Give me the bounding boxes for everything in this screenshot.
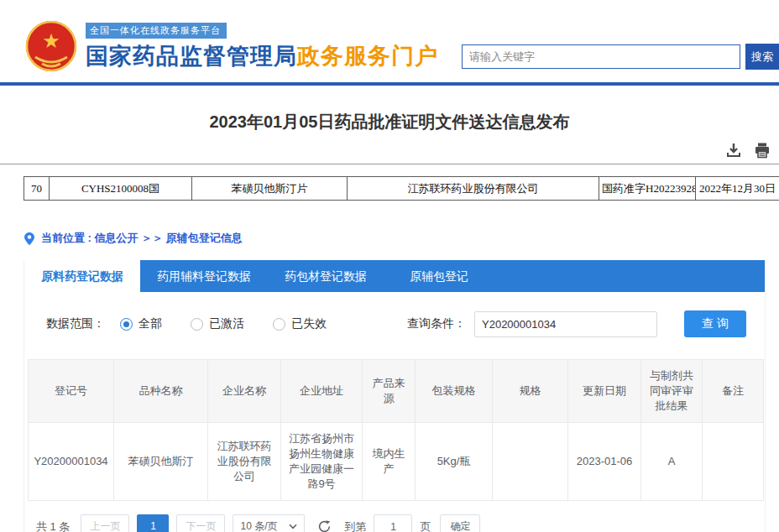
goto-label: 到第 (344, 519, 366, 532)
logo-wrap: ★ 全国一体化在线政务服务平台 国家药品监督管理局政务服务门户 (25, 20, 438, 72)
radio-all-label: 全部 (139, 316, 162, 331)
search-input[interactable] (462, 44, 740, 69)
tab-packaging-material-data[interactable]: 药包材登记数据 (268, 260, 384, 292)
delivery-table-fragment: 70 CYHS2100008国 苯磺贝他斯汀片 江苏联环药业股份有限公司 国药准… (24, 176, 779, 201)
scope-label: 数据范围： (46, 316, 105, 331)
document-toolbar (0, 133, 779, 164)
col-update-date: 更新日期 (568, 360, 641, 423)
page-size-select[interactable]: 10 条/页 (233, 514, 305, 532)
col-product-source: 产品来源 (363, 360, 416, 423)
cell-package-spec: 5Kg/瓶 (416, 423, 493, 501)
next-page-button[interactable]: 下一页 (176, 514, 225, 532)
cell-product-source: 境内生产 (363, 423, 416, 501)
tab-bar: 原料药登记数据 药用辅料登记数据 药包材登记数据 原辅包登记 (24, 260, 765, 292)
radio-activated-label: 已激活 (209, 316, 244, 331)
section-divider (0, 164, 779, 164)
radio-all-circle[interactable] (120, 318, 133, 331)
col-registration-no: 登记号 (29, 360, 114, 423)
download-icon[interactable] (725, 142, 742, 159)
cell-company-name: 江苏联环药业股份有限公司 (208, 423, 281, 501)
chevron-down-icon (289, 524, 297, 529)
breadcrumb: 当前位置 : 信息公开 ＞＞ 原辅包登记信息 (24, 231, 779, 246)
national-emblem-logo: ★ (25, 20, 77, 72)
drug-name-cell: 苯磺贝他斯汀片 (192, 177, 348, 201)
location-pin-icon (24, 232, 35, 246)
cell-spec (493, 423, 568, 501)
site-name: 国家药品监督管理局 (86, 44, 297, 69)
svg-text:★: ★ (42, 29, 60, 52)
filter-row: 数据范围： 全部 已激活 已失效 查询条件： 查 询 (24, 292, 765, 352)
radio-expired-label: 已失效 (291, 316, 327, 331)
approval-no-cell: 国药准字H20223928 (599, 177, 696, 201)
registration-panel: 原料药登记数据 药用辅料登记数据 药包材登记数据 原辅包登记 数据范围： 全部 … (24, 260, 766, 532)
goto-unit: 页 (420, 519, 431, 532)
cell-variety-name: 苯磺贝他斯汀 (114, 423, 208, 501)
search-button[interactable]: 搜索 (745, 44, 779, 70)
refresh-icon[interactable] (317, 519, 332, 532)
date-cell: 2022年12月30日 (696, 177, 779, 201)
page-1-button[interactable]: 1 (137, 514, 169, 532)
platform-badge: 全国一体化在线政务服务平台 (86, 23, 227, 39)
registration-data-table: 登记号 品种名称 企业名称 企业地址 产品来源 包装规格 规格 更新日期 与制剂… (28, 359, 764, 501)
col-spec: 规格 (493, 360, 568, 423)
site-title: 国家药品监督管理局政务服务门户 (86, 41, 438, 71)
col-package-spec: 包装规格 (416, 360, 493, 423)
radio-all[interactable]: 全部 (120, 316, 162, 331)
query-button[interactable]: 查 询 (684, 310, 746, 337)
table-row: Y20200001034 苯磺贝他斯汀 江苏联环药业股份有限公司 江苏省扬州市扬… (29, 423, 764, 501)
site-header: ★ 全国一体化在线政务服务平台 国家药品监督管理局政务服务门户 搜索 (0, 0, 779, 82)
breadcrumb-text: 当前位置 : 信息公开 ＞＞ 原辅包登记信息 (41, 231, 243, 246)
table-header-row: 登记号 品种名称 企业名称 企业地址 产品来源 包装规格 规格 更新日期 与制剂… (29, 360, 764, 423)
radio-expired[interactable]: 已失效 (273, 316, 327, 331)
tab-raw-excipient-packaging[interactable]: 原辅包登记 (384, 260, 494, 292)
radio-expired-circle[interactable] (273, 318, 285, 331)
pagination: 共 1 条 上一页 1 下一页 10 条/页 到第 页 确定 (24, 501, 765, 532)
print-icon[interactable] (754, 142, 771, 159)
cell-company-address: 江苏省扬州市扬州生物健康产业园健康一路9号 (281, 423, 363, 501)
radio-activated[interactable]: 已激活 (191, 316, 244, 331)
radio-activated-circle[interactable] (191, 318, 203, 331)
cell-update-date: 2023-01-06 (568, 423, 641, 501)
col-variety-name: 品种名称 (114, 360, 208, 423)
page-title: 2023年01月05日药品批准证明文件送达信息发布 (0, 111, 779, 133)
cell-joint-review-result: A (641, 423, 703, 501)
header-search: 搜索 (462, 44, 779, 70)
col-remarks: 备注 (703, 360, 764, 423)
logo-text: 全国一体化在线政务服务平台 国家药品监督管理局政务服务门户 (86, 22, 438, 71)
scope-radio-group: 全部 已激活 已失效 (120, 316, 327, 331)
site-suffix: 政务服务门户 (297, 44, 438, 69)
confirm-button[interactable]: 确定 (440, 514, 480, 532)
table-row: 70 CYHS2100008国 苯磺贝他斯汀片 江苏联环药业股份有限公司 国药准… (24, 177, 779, 201)
row-index-cell: 70 (24, 177, 50, 201)
query-condition-input[interactable] (474, 311, 657, 337)
tab-excipient-data[interactable]: 药用辅料登记数据 (140, 260, 268, 292)
cell-remarks (703, 423, 764, 501)
col-joint-review-result: 与制剂共同审评审批结果 (641, 360, 703, 423)
company-cell: 江苏联环药业股份有限公司 (348, 177, 599, 201)
acceptance-no-cell: CYHS2100008国 (50, 177, 192, 201)
pagination-total: 共 1 条 (36, 519, 70, 532)
goto-page-input[interactable] (374, 514, 412, 532)
col-company-name: 企业名称 (208, 360, 281, 423)
page-size-value: 10 条/页 (240, 519, 277, 532)
header-divider-bar (0, 82, 779, 86)
prev-page-button[interactable]: 上一页 (81, 514, 129, 532)
query-condition-label: 查询条件： (407, 316, 466, 331)
cell-registration-no: Y20200001034 (29, 423, 114, 501)
tab-raw-material-data[interactable]: 原料药登记数据 (24, 260, 140, 292)
col-company-address: 企业地址 (281, 360, 363, 423)
